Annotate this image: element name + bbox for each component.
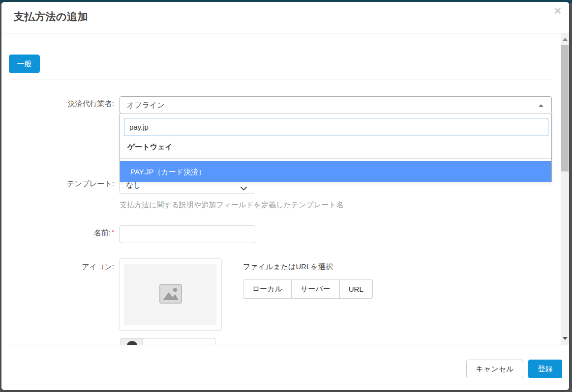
provider-search-input[interactable] xyxy=(124,118,548,136)
clipped-input-group xyxy=(120,338,215,345)
local-button[interactable]: ローカル xyxy=(243,280,292,299)
required-asterisk: * xyxy=(112,228,114,236)
vertical-scrollbar[interactable] xyxy=(561,33,569,345)
submit-button[interactable]: 登録 xyxy=(528,360,562,378)
name-input[interactable] xyxy=(120,225,255,243)
provider-label: 決済代行業者: xyxy=(21,99,114,109)
addon-icon xyxy=(127,341,137,345)
server-button[interactable]: サーバー xyxy=(292,280,340,299)
dropdown-group-divider xyxy=(120,158,551,159)
chevron-up-icon xyxy=(539,104,543,107)
modal-title: 支払方法の追加 xyxy=(14,10,88,24)
scroll-up-icon xyxy=(563,38,568,41)
template-label: テンプレート: xyxy=(21,179,114,189)
icon-preview-frame xyxy=(119,258,222,331)
icon-preview-placeholder xyxy=(124,264,216,325)
modal-body: 一般 決済代行業者: オフライン ゲートウェイ PAY.JP（カード決済） テン… xyxy=(1,33,561,345)
template-help-text: 支払方法に関する説明や追加フィールドを定義したテンプレート名 xyxy=(120,200,344,210)
dropdown-group-label: ゲートウェイ xyxy=(127,142,173,152)
cancel-button[interactable]: キャンセル xyxy=(466,360,523,378)
provider-select[interactable]: オフライン xyxy=(120,96,552,114)
url-button[interactable]: URL xyxy=(340,280,373,299)
name-label: 名前:* xyxy=(21,228,114,238)
provider-dropdown: ゲートウェイ PAY.JP（カード決済） xyxy=(120,113,552,182)
scroll-down-icon xyxy=(563,337,568,340)
clipped-text-input[interactable] xyxy=(143,338,215,345)
provider-selected-value: オフライン xyxy=(127,101,165,110)
section-divider xyxy=(9,80,553,80)
add-payment-method-modal: 支払方法の追加 × 一般 決済代行業者: オフライン ゲートウェイ PAY.JP… xyxy=(1,2,569,390)
modal-header: 支払方法の追加 × xyxy=(1,2,569,33)
input-addon xyxy=(120,338,143,345)
modal-footer: キャンセル 登録 xyxy=(1,345,569,390)
scroll-up-button[interactable] xyxy=(561,35,569,43)
icon-source-button-group: ローカル サーバー URL xyxy=(243,280,373,299)
chevron-down-icon xyxy=(240,184,247,193)
dropdown-option-payjp[interactable]: PAY.JP（カード決済） xyxy=(120,161,551,182)
file-or-url-title: ファイルまたはURLを選択 xyxy=(243,262,333,272)
tab-general[interactable]: 一般 xyxy=(9,55,40,73)
close-icon[interactable]: × xyxy=(554,4,561,18)
icon-label: アイコン: xyxy=(21,262,114,272)
name-label-text: 名前: xyxy=(94,228,111,237)
scroll-down-button[interactable] xyxy=(561,334,569,342)
image-placeholder-icon xyxy=(159,283,182,306)
scroll-thumb[interactable] xyxy=(561,45,569,171)
